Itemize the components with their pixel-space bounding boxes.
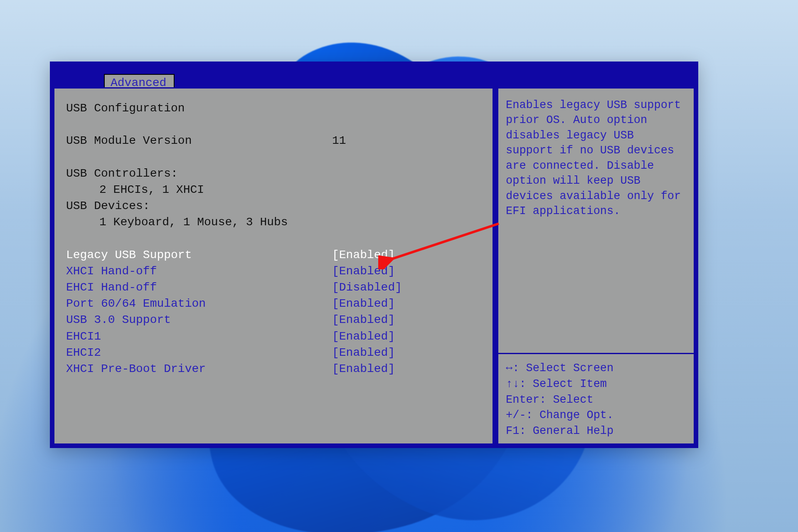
option-label: EHCI2 (66, 345, 332, 361)
option-row-ehci1[interactable]: EHCI1[Enabled] (66, 328, 483, 345)
option-row-legacy-usb-support[interactable]: Legacy USB Support[Enabled] (66, 247, 483, 263)
key-hint: ↔: Select Screen (506, 361, 686, 377)
bios-help-panel: Enables legacy USB support prior OS. Aut… (497, 87, 695, 445)
key-hint: ↑↓: Select Item (506, 377, 686, 392)
option-value: [Enabled] (332, 263, 395, 279)
option-row-xhci-hand-off[interactable]: XHCI Hand-off[Enabled] (66, 263, 483, 279)
section-title: USB Configuration (66, 100, 483, 116)
usb-devices-label: USB Devices: (66, 198, 483, 214)
usb-controllers-value: 2 EHCIs, 1 XHCI (66, 182, 483, 198)
key-hint: F1: General Help (506, 424, 686, 439)
usb-module-version-value: 11 (332, 133, 346, 149)
usb-module-version-row: USB Module Version 11 (66, 133, 483, 149)
option-label: Legacy USB Support (66, 247, 332, 263)
option-label: EHCI1 (66, 328, 332, 345)
option-row-ehci-hand-off[interactable]: EHCI Hand-off[Disabled] (66, 279, 483, 296)
bios-tabbar: Advanced (50, 62, 698, 87)
option-value: [Enabled] (332, 247, 395, 263)
usb-devices-value: 1 Keyboard, 1 Mouse, 3 Hubs (66, 214, 483, 230)
option-value: [Enabled] (332, 345, 395, 361)
option-row-xhci-pre-boot-driver[interactable]: XHCI Pre-Boot Driver[Enabled] (66, 361, 483, 377)
option-row-ehci2[interactable]: EHCI2[Enabled] (66, 345, 483, 361)
option-value: [Enabled] (332, 328, 395, 345)
option-value: [Disabled] (332, 279, 402, 296)
help-description: Enables legacy USB support prior OS. Aut… (498, 89, 694, 353)
key-hint: Enter: Select (506, 392, 686, 408)
option-value: [Enabled] (332, 361, 395, 377)
key-hint: +/-: Change Opt. (506, 408, 686, 424)
option-row-port-60-64-emulation[interactable]: Port 60/64 Emulation[Enabled] (66, 296, 483, 312)
option-row-usb-3-0-support[interactable]: USB 3.0 Support[Enabled] (66, 312, 483, 328)
option-label: XHCI Hand-off (66, 263, 332, 279)
help-keys: ↔: Select Screen↑↓: Select ItemEnter: Se… (498, 354, 694, 443)
options-list: Legacy USB Support[Enabled]XHCI Hand-off… (66, 247, 483, 377)
option-label: XHCI Pre-Boot Driver (66, 361, 332, 377)
bios-main-panel: USB Configuration USB Module Version 11 … (53, 87, 494, 445)
option-label: Port 60/64 Emulation (66, 296, 332, 312)
usb-module-version-label: USB Module Version (66, 133, 332, 149)
option-label: EHCI Hand-off (66, 279, 332, 296)
bios-body: USB Configuration USB Module Version 11 … (53, 87, 695, 445)
option-value: [Enabled] (332, 312, 395, 328)
option-value: [Enabled] (332, 296, 395, 312)
bios-window: Advanced USB Configuration USB Module Ve… (50, 62, 698, 448)
usb-controllers-label: USB Controllers: (66, 165, 483, 182)
option-label: USB 3.0 Support (66, 312, 332, 328)
